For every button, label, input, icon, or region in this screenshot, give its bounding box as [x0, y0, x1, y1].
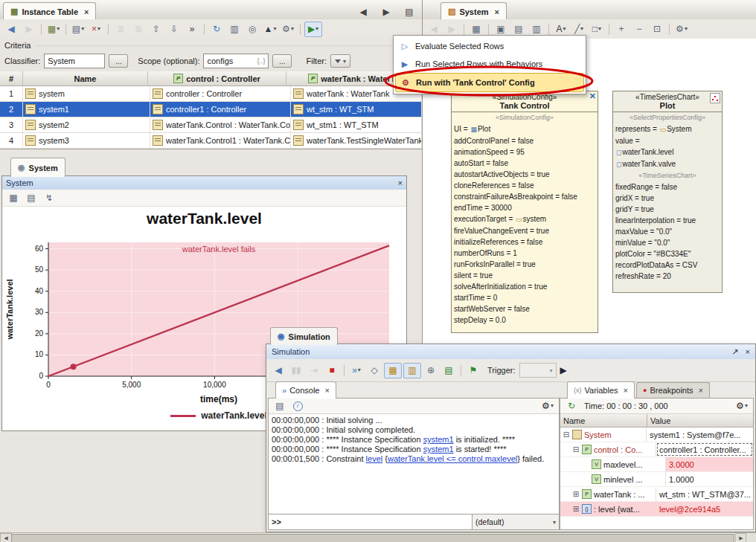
table-row[interactable]: 2 system1 controller1 : Controller wt_st…: [0, 102, 422, 117]
close-icon[interactable]: ×: [495, 7, 499, 16]
menu-item[interactable]: ▷ Evaluate Selected Rows: [395, 37, 584, 55]
column-header-control[interactable]: control : Controller: [148, 71, 286, 86]
pause-icon[interactable]: ▮▮▾: [288, 364, 304, 378]
trigger-flag-icon[interactable]: ⚑▾: [465, 364, 481, 378]
gear-icon[interactable]: ⚙▾: [539, 399, 556, 413]
menu-item[interactable]: ⚙ Run with 'Tank Control' Config: [395, 73, 584, 92]
table-row[interactable]: 3 system2 waterTank.Control : WaterTank.…: [0, 117, 422, 133]
copy-icon[interactable]: ▣▾: [493, 22, 509, 36]
console-link[interactable]: level: [366, 454, 383, 463]
column-header-name[interactable]: Name: [23, 71, 148, 86]
tab-simulation[interactable]: ◉ Simulation: [270, 327, 338, 345]
variable-value[interactable]: level@2ce914a5: [656, 502, 753, 516]
back-icon[interactable]: ◀▾: [3, 22, 19, 36]
tab-instance-table[interactable]: ▦ Instance Table ×: [3, 2, 96, 20]
scope-field[interactable]: configs{..}: [203, 54, 269, 68]
sort-icon[interactable]: ▲▾: [262, 22, 278, 36]
refresh-icon[interactable]: ↻▾: [208, 22, 225, 36]
gear-icon[interactable]: ⚙▾: [734, 399, 750, 413]
variable-row[interactable]: Vminlevel ...1.0000: [560, 472, 753, 487]
new-element-icon[interactable]: ▤▾: [70, 22, 86, 36]
variable-row[interactable]: ⊞{}: level {wat...level@2ce914a5: [560, 502, 753, 517]
tab-chart-system[interactable]: ◉ System: [10, 158, 65, 177]
variable-value[interactable]: controller1 : Controller...: [656, 442, 753, 456]
note-tool-icon[interactable]: □▾: [589, 22, 605, 36]
close-icon[interactable]: ×: [746, 347, 750, 357]
clock-icon[interactable]: ⊕▾: [423, 364, 439, 378]
animate-icon[interactable]: ▥▾: [403, 363, 421, 378]
table-options-icon[interactable]: ▦▾: [45, 22, 62, 36]
forward-icon[interactable]: ▶▾: [21, 22, 37, 36]
collapse-icon[interactable]: ⊟: [563, 430, 570, 439]
scroll-tabs-right-icon[interactable]: ▶: [378, 4, 394, 19]
close-icon[interactable]: ×: [84, 7, 89, 16]
classifier-field[interactable]: System: [44, 54, 105, 68]
line-tool-icon[interactable]: ╱▾: [571, 22, 587, 36]
info-icon[interactable]: i: [289, 399, 306, 413]
move-up-icon[interactable]: ⇧▾: [148, 22, 164, 36]
scroll-tabs-left-icon[interactable]: ◀: [355, 4, 371, 19]
zoom-fit-icon[interactable]: ⊡▾: [649, 22, 665, 36]
remove-row-icon[interactable]: ≣▾: [130, 22, 147, 36]
stop-icon[interactable]: ■▾: [324, 364, 340, 378]
tab-variables[interactable]: (x) Variables ×: [567, 381, 635, 399]
animation-speed-icon[interactable]: »▾: [348, 364, 365, 378]
gear-icon[interactable]: ⚙▾: [673, 22, 690, 36]
console-link[interactable]: system1: [423, 445, 454, 454]
refresh-icon[interactable]: ↻: [563, 399, 580, 413]
scroll-left-icon[interactable]: ◀: [0, 533, 12, 542]
table-row[interactable]: 4 system3 waterTank.Control1 : WaterTank…: [0, 133, 422, 149]
text-tool-icon[interactable]: A▾: [553, 22, 569, 36]
gear-icon[interactable]: ⚙▾: [280, 22, 296, 36]
console-clear-icon[interactable]: ▤: [272, 399, 288, 413]
variable-value[interactable]: system1 : System@f7e...: [647, 428, 753, 442]
export-icon[interactable]: ▥▾: [226, 22, 243, 36]
paste-icon[interactable]: ▤▾: [510, 22, 527, 36]
close-icon[interactable]: ×: [699, 386, 703, 395]
scope-browse-button[interactable]: ...: [272, 54, 292, 68]
column-header-num[interactable]: #: [0, 71, 23, 86]
chart-export-icon[interactable]: ▤: [23, 191, 39, 205]
scrollbar-thumb[interactable]: [11, 534, 734, 542]
wrench-icon[interactable]: ✕: [589, 91, 596, 101]
column-header-value[interactable]: Value: [647, 414, 753, 427]
variable-row[interactable]: Vmaxlevel...3.0000: [560, 457, 753, 472]
close-icon[interactable]: ×: [324, 386, 329, 395]
tab-system-diagram[interactable]: ▨ System ×: [441, 2, 507, 20]
expand-icon[interactable]: ⊞: [572, 505, 580, 513]
export-csv-icon[interactable]: ▤▾: [441, 364, 457, 378]
variable-row[interactable]: ⊟Systemsystem1 : System@f7e...: [560, 428, 753, 442]
tab-breakpoints[interactable]: ● Breakpoints ×: [636, 382, 710, 398]
close-icon[interactable]: ×: [398, 178, 403, 187]
column-header-name[interactable]: Name: [560, 414, 647, 427]
run-icon[interactable]: ▶▾: [304, 22, 322, 37]
search-icon[interactable]: ◎▾: [244, 22, 260, 36]
delete-icon[interactable]: ×▾: [88, 22, 104, 36]
forward-icon[interactable]: ▶▾: [443, 22, 460, 36]
variable-row[interactable]: ⊟Pcontrol : Co...controller1 : Controlle…: [560, 442, 753, 457]
trigger-select[interactable]: ▾: [519, 363, 557, 378]
console-output[interactable]: 00:00:00,000 : Initial solving ...00:00:…: [269, 413, 559, 514]
table-row[interactable]: 1 system controller : Controller waterTa…: [0, 86, 422, 102]
variable-row[interactable]: ⊞PwaterTank : ...wt_stm : WT_STM@37...: [560, 487, 753, 502]
variable-value[interactable]: wt_stm : WT_STM@37...: [656, 487, 753, 501]
step-over-icon[interactable]: ⇥▾: [306, 364, 322, 378]
auto-open-diagram-icon[interactable]: ▦▾: [384, 363, 402, 378]
tab-console[interactable]: » Console ×: [275, 381, 336, 399]
classifier-browse-button[interactable]: ...: [109, 54, 128, 68]
chart-settings-icon[interactable]: ↯: [41, 191, 57, 205]
tank-control-config-element[interactable]: ✕ «SimulationConfig» Tank Control «Simul…: [451, 91, 598, 333]
close-icon[interactable]: ×: [624, 386, 628, 395]
float-window-icon[interactable]: ↗: [731, 347, 738, 357]
zoom-out-icon[interactable]: −▾: [631, 22, 647, 36]
chart-table-icon[interactable]: ▦: [5, 191, 22, 205]
containment-icon[interactable]: ▦▾: [468, 22, 484, 36]
tab-list-icon[interactable]: ▤: [401, 4, 417, 19]
filter-button[interactable]: ▾: [330, 54, 350, 68]
move-down-icon[interactable]: ⇩▾: [166, 22, 182, 36]
console-link[interactable]: waterTank.level <= control.maxlevel: [388, 454, 517, 463]
variable-value[interactable]: 3.0000: [666, 457, 753, 471]
plot-chart-element[interactable]: «TimeSeriesChart» Plot «SelectProperties…: [612, 91, 723, 293]
validation-icon[interactable]: ◇▾: [366, 364, 382, 378]
variable-value[interactable]: 1.0000: [666, 472, 753, 486]
